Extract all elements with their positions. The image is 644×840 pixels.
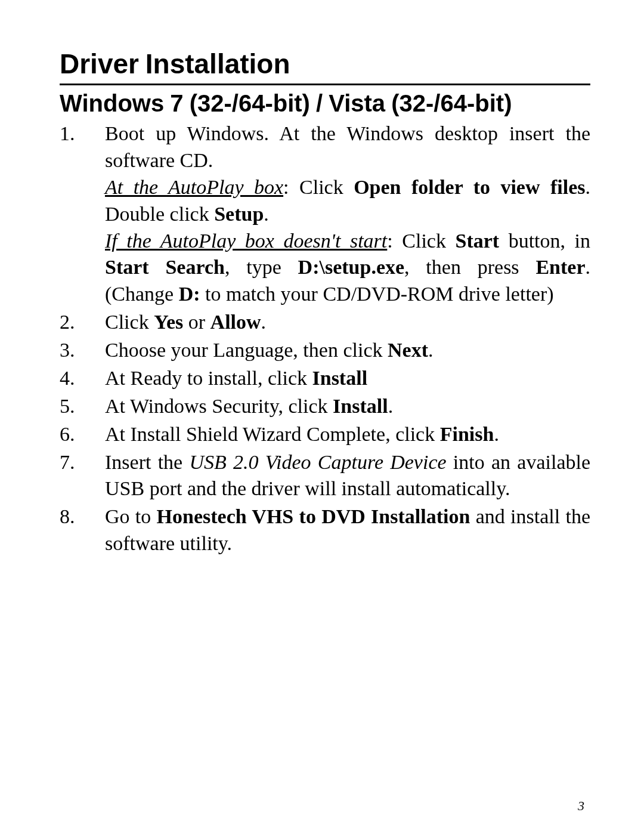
step-body: Click Yes or Allow. xyxy=(105,309,590,336)
step-body: Choose your Language, then click Next. xyxy=(105,337,590,364)
step-paragraph: Click Yes or Allow. xyxy=(105,309,590,336)
text-run: . xyxy=(261,311,267,333)
text-run: . xyxy=(494,423,499,445)
step-paragraph: At Windows Security, click Install. xyxy=(105,393,590,420)
step-body: At Ready to install, click Install xyxy=(105,365,590,392)
text-run: Click xyxy=(105,311,154,333)
list-item: 2.Click Yes or Allow. xyxy=(60,309,590,336)
text-run: Finish xyxy=(440,423,494,445)
text-run: Install xyxy=(333,395,388,417)
text-run: Start Search xyxy=(105,256,225,278)
text-run: D:\setup.exe xyxy=(298,256,404,278)
text-run: button, in xyxy=(499,230,590,252)
text-run: Honestech VHS to DVD Installation xyxy=(157,505,470,527)
step-body: At Install Shield Wizard Complete, click… xyxy=(105,421,590,448)
page-title: Driver Installation xyxy=(60,48,590,80)
text-run: Boot up Windows. At the Windows desktop … xyxy=(105,122,590,171)
text-run: At Install Shield Wizard Complete, click xyxy=(105,423,440,445)
step-number: 7. xyxy=(60,449,105,476)
section-subtitle: Windows 7 (32-/64-bit) / Vista (32-/64-b… xyxy=(60,90,590,117)
text-run: . xyxy=(428,339,434,361)
text-run: Choose your Language, then click xyxy=(105,339,388,361)
text-run: Enter xyxy=(535,256,585,278)
text-run: At Ready to install, click xyxy=(105,367,312,389)
text-run: : Click xyxy=(283,176,354,198)
text-run: Yes xyxy=(154,311,183,333)
step-paragraph: At the AutoPlay box: Click Open folder t… xyxy=(105,174,590,228)
list-item: 6.At Install Shield Wizard Complete, cli… xyxy=(60,421,590,448)
step-paragraph: Insert the USB 2.0 Video Capture Device … xyxy=(105,449,590,503)
step-paragraph: Go to Honestech VHS to DVD Installation … xyxy=(105,504,590,557)
text-run: Setup xyxy=(214,203,264,225)
step-number: 5. xyxy=(60,393,105,420)
title-rule xyxy=(60,84,590,85)
step-paragraph: At Install Shield Wizard Complete, click… xyxy=(105,421,590,448)
text-run: to match your CD/DVD-ROM drive letter) xyxy=(200,283,554,305)
step-paragraph: Boot up Windows. At the Windows desktop … xyxy=(105,121,590,174)
page-number: 3 xyxy=(578,798,584,814)
step-number: 3. xyxy=(60,337,105,364)
text-run: If the AutoPlay box doesn't start xyxy=(105,230,387,252)
text-run: Allow xyxy=(210,311,261,333)
step-body: Boot up Windows. At the Windows desktop … xyxy=(105,121,590,308)
step-paragraph: Choose your Language, then click Next. xyxy=(105,337,590,364)
document-page: Driver Installation Windows 7 (32-/64-bi… xyxy=(0,0,644,840)
list-item: 4.At Ready to install, click Install xyxy=(60,365,590,392)
step-number: 8. xyxy=(60,504,105,530)
text-run: Next xyxy=(388,339,428,361)
text-run: Install xyxy=(312,367,368,389)
step-body: Insert the USB 2.0 Video Capture Device … xyxy=(105,449,590,503)
step-body: Go to Honestech VHS to DVD Installation … xyxy=(105,504,590,557)
steps-list: 1.Boot up Windows. At the Windows deskto… xyxy=(60,121,590,557)
text-run: or xyxy=(183,311,210,333)
text-run: : Click xyxy=(387,230,455,252)
step-number: 6. xyxy=(60,421,105,448)
text-run: Open folder to view files xyxy=(354,176,585,198)
list-item: 8.Go to Honestech VHS to DVD Installatio… xyxy=(60,504,590,557)
step-number: 1. xyxy=(60,121,105,147)
text-run: USB 2.0 Video Capture Device xyxy=(189,451,446,473)
step-number: 4. xyxy=(60,365,105,392)
list-item: 5.At Windows Security, click Install. xyxy=(60,393,590,420)
step-paragraph: If the AutoPlay box doesn't start: Click… xyxy=(105,228,590,308)
text-run: . xyxy=(264,203,269,225)
text-run: . xyxy=(388,395,394,417)
step-body: At Windows Security, click Install. xyxy=(105,393,590,420)
step-number: 2. xyxy=(60,309,105,336)
list-item: 7.Insert the USB 2.0 Video Capture Devic… xyxy=(60,449,590,503)
list-item: 1.Boot up Windows. At the Windows deskto… xyxy=(60,121,590,308)
step-paragraph: At Ready to install, click Install xyxy=(105,365,590,392)
list-item: 3.Choose your Language, then click Next. xyxy=(60,337,590,364)
text-run: Go to xyxy=(105,505,157,527)
text-run: At Windows Security, click xyxy=(105,395,333,417)
text-run: , then press xyxy=(404,256,535,278)
text-run: At the AutoPlay box xyxy=(105,176,283,198)
text-run: , type xyxy=(225,256,298,278)
text-run: Insert the xyxy=(105,451,189,473)
text-run: Start xyxy=(455,230,499,252)
text-run: D: xyxy=(179,283,200,305)
